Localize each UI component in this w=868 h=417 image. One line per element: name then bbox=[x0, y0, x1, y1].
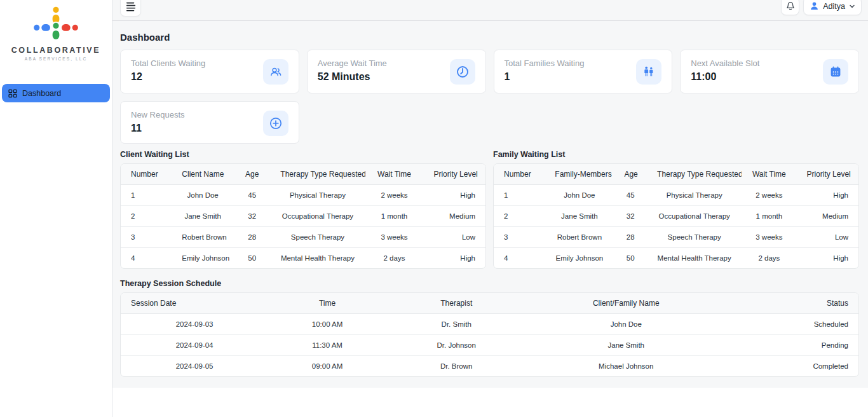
table-cell: 11:30 AM bbox=[268, 335, 386, 356]
table-cell: 45 bbox=[614, 185, 647, 206]
table-cell: Robert Brown bbox=[172, 227, 234, 248]
table-cell: 09:00 AM bbox=[268, 356, 386, 377]
stat-card-new-requests: New Requests 11 bbox=[120, 101, 299, 144]
table-cell: 1 month bbox=[742, 206, 796, 227]
client-waiting-table: NumberClient NameAgeTherapy Type Request… bbox=[120, 163, 486, 269]
table-row: 2024-09-0310:00 AMDr. SmithJohn DoeSched… bbox=[121, 314, 858, 335]
table-cell: 3 weeks bbox=[742, 227, 796, 248]
user-menu-button[interactable]: Aditya bbox=[803, 0, 862, 15]
stat-card-average-wait: Average Wait Time 52 Minutes bbox=[307, 50, 486, 93]
column-header: Number bbox=[494, 164, 545, 185]
column-header: Age bbox=[614, 164, 647, 185]
table-cell: Completed bbox=[726, 356, 858, 377]
user-name: Aditya bbox=[823, 2, 845, 11]
table-cell: High bbox=[796, 185, 858, 206]
table-cell: 28 bbox=[234, 227, 270, 248]
table-cell: Dr. Brown bbox=[386, 356, 527, 377]
table-cell: Emily Johnson bbox=[172, 248, 234, 269]
table-cell: Jane Smith bbox=[527, 335, 726, 356]
table-cell: Dr. Johnson bbox=[386, 335, 527, 356]
column-header: Session Date bbox=[121, 293, 268, 314]
topbar: Aditya bbox=[112, 0, 868, 21]
table-cell: High bbox=[423, 185, 485, 206]
table-cell: Mental Health Therapy bbox=[647, 248, 742, 269]
column-header: Age bbox=[234, 164, 270, 185]
table-cell: Michael Johnson bbox=[527, 356, 726, 377]
schedule-table: Session DateTimeTherapistClient/Family N… bbox=[120, 292, 859, 377]
sidebar-item-dashboard[interactable]: Dashboard bbox=[2, 84, 110, 102]
table-cell: Scheduled bbox=[726, 314, 858, 335]
column-header: Family-Members Name bbox=[545, 164, 614, 185]
table-cell: 10:00 AM bbox=[268, 314, 386, 335]
table-cell: 50 bbox=[234, 248, 270, 269]
table-cell: High bbox=[796, 248, 858, 269]
table-cell: 4 bbox=[121, 248, 172, 269]
table-cell: 2 days bbox=[742, 248, 796, 269]
sidebar-toggle-button[interactable] bbox=[120, 0, 141, 17]
table-row: 2024-09-0411:30 AMDr. JohnsonJane SmithP… bbox=[121, 335, 858, 356]
table-cell: High bbox=[423, 248, 485, 269]
table-cell: 2 bbox=[494, 206, 545, 227]
dashboard-content: Dashboard Total Clients Waiting 12 Avera… bbox=[112, 21, 868, 388]
table-header-row: NumberClient NameAgeTherapy Type Request… bbox=[121, 164, 485, 185]
brand-logo-icon bbox=[18, 5, 94, 44]
sidebar: COLLABORATIVE ABA SERVICES, LLC Dashboar… bbox=[0, 0, 112, 417]
section-title: Therapy Session Schedule bbox=[120, 279, 859, 288]
column-header: Status bbox=[726, 293, 858, 314]
table-cell: Physical Therapy bbox=[647, 185, 742, 206]
table-cell: 2024-09-03 bbox=[121, 314, 268, 335]
table-cell: Mental Health Therapy bbox=[270, 248, 365, 269]
table-cell: 50 bbox=[614, 248, 647, 269]
table-row: 3Robert Brown28Speech Therapy3 weeksLow bbox=[494, 227, 858, 248]
family-waiting-section: Family Waiting List NumberFamily-Members… bbox=[493, 150, 859, 269]
table-row: 2Jane Smith32Occupational Therapy1 month… bbox=[121, 206, 485, 227]
topbar-actions: Aditya bbox=[781, 0, 862, 15]
stat-card-next-slot: Next Available Slot 11:00 bbox=[680, 50, 859, 93]
table-cell: Medium bbox=[796, 206, 858, 227]
table-cell: 3 bbox=[494, 227, 545, 248]
table-cell: Robert Brown bbox=[545, 227, 614, 248]
stat-card-total-clients: Total Clients Waiting 12 bbox=[120, 50, 299, 93]
main-area: Aditya Dashboard Total Clients Waiting 1… bbox=[112, 0, 868, 417]
client-waiting-section: Client Waiting List NumberClient NameAge… bbox=[120, 150, 486, 269]
column-header: Therapy Type Requested bbox=[270, 164, 365, 185]
table-cell: 2024-09-05 bbox=[121, 356, 268, 377]
table-cell: 2 weeks bbox=[742, 185, 796, 206]
table-cell: Occupational Therapy bbox=[270, 206, 365, 227]
stat-cards: Total Clients Waiting 12 Average Wait Ti… bbox=[120, 50, 859, 93]
section-title: Client Waiting List bbox=[120, 150, 486, 159]
table-cell: 2024-09-04 bbox=[121, 335, 268, 356]
table-cell: 1 month bbox=[365, 206, 424, 227]
sidebar-nav: Dashboard bbox=[0, 84, 112, 102]
table-cell: Occupational Therapy bbox=[647, 206, 742, 227]
table-cell: 3 bbox=[121, 227, 172, 248]
bell-icon bbox=[785, 1, 796, 11]
brand-subtitle: ABA SERVICES, LLC bbox=[4, 57, 108, 61]
user-avatar-icon bbox=[810, 1, 819, 11]
table-cell: 3 weeks bbox=[365, 227, 424, 248]
table-cell: John Doe bbox=[545, 185, 614, 206]
people-icon bbox=[263, 59, 288, 85]
table-cell: 2 days bbox=[365, 248, 424, 269]
table-row: 3Robert Brown28Speech Therapy3 weeksLow bbox=[121, 227, 485, 248]
table-row: 1John Doe45Physical Therapy2 weeksHigh bbox=[121, 185, 485, 206]
table-cell: Emily Johnson bbox=[545, 248, 614, 269]
table-cell: 32 bbox=[614, 206, 647, 227]
table-row: 4Emily Johnson50Mental Health Therapy2 d… bbox=[121, 248, 485, 269]
column-header: Priority Level bbox=[796, 164, 858, 185]
brand-logo: COLLABORATIVE ABA SERVICES, LLC bbox=[0, 0, 112, 61]
table-cell: 28 bbox=[614, 227, 647, 248]
table-cell: Speech Therapy bbox=[270, 227, 365, 248]
column-header: Client/Family Name bbox=[527, 293, 726, 314]
column-header: Therapy Type Requested bbox=[647, 164, 742, 185]
page-title: Dashboard bbox=[120, 32, 859, 43]
table-row: 1John Doe45Physical Therapy2 weeksHigh bbox=[494, 185, 858, 206]
table-row: 2Jane Smith32Occupational Therapy1 month… bbox=[494, 206, 858, 227]
table-cell: John Doe bbox=[172, 185, 234, 206]
notifications-button[interactable] bbox=[781, 0, 799, 15]
table-cell: 32 bbox=[234, 206, 270, 227]
chevron-down-icon bbox=[849, 3, 855, 10]
hamburger-icon bbox=[125, 1, 137, 12]
table-cell: Dr. Smith bbox=[386, 314, 527, 335]
table-row: 2024-09-0509:00 AMDr. BrownMichael Johns… bbox=[121, 356, 858, 377]
